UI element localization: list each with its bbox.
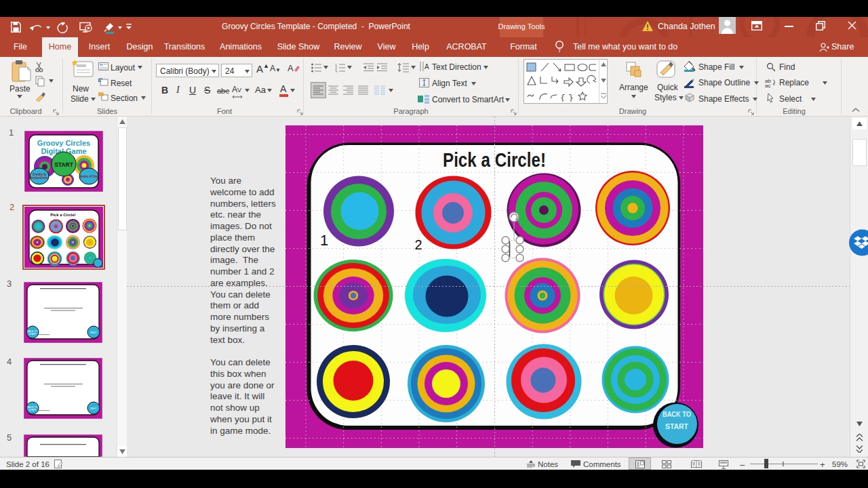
svg-text:NEXT: NEXT (90, 331, 96, 334)
svg-text:NEXT: NEXT (90, 407, 96, 410)
svg-text:START: START (54, 161, 74, 168)
svg-text:3: 3 (335, 70, 337, 73)
svg-text:START: START (29, 409, 37, 411)
svg-text:1: 1 (320, 232, 328, 249)
svg-text:Instructions: Instructions (31, 176, 48, 180)
svg-text:A: A (288, 63, 294, 73)
svg-text:BACK TO: BACK TO (663, 410, 691, 418)
svg-text:Groovy Circles: Groovy Circles (37, 139, 90, 147)
svg-text:START: START (665, 422, 688, 430)
svg-text:Pick a Circle!: Pick a Circle! (50, 213, 76, 217)
svg-text:ac: ac (765, 83, 770, 87)
svg-text:START: START (29, 333, 37, 336)
svg-text:A: A (425, 63, 429, 70)
svg-text:2: 2 (414, 237, 422, 252)
svg-text:}: } (568, 93, 574, 102)
svg-text:{: { (560, 93, 566, 102)
svg-text:Terms of Use: Terms of Use (79, 175, 99, 178)
